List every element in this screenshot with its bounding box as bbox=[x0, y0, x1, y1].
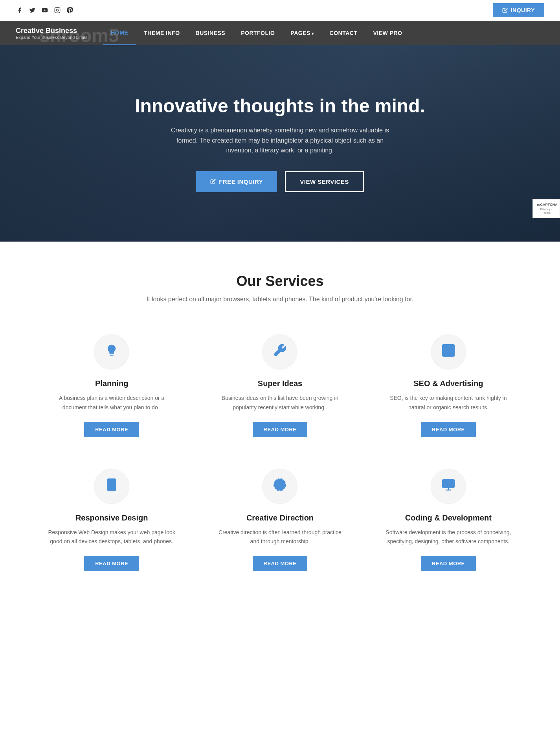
nav-contact[interactable]: CONTACT bbox=[322, 21, 365, 45]
hero-buttons: FREE INQUIRY VIEW SERVICES bbox=[135, 171, 425, 192]
pinterest-icon[interactable] bbox=[66, 6, 74, 14]
svg-rect-4 bbox=[442, 345, 454, 356]
responsive-read-more[interactable]: READ MORE bbox=[84, 556, 139, 571]
planning-desc: A business plan is a written description… bbox=[47, 394, 176, 412]
view-services-button[interactable]: VIEW SERVICES bbox=[285, 171, 364, 192]
nav-view-pro[interactable]: VIEW PRO bbox=[365, 21, 410, 45]
services-section: Our Services It looks perfect on all maj… bbox=[0, 242, 560, 610]
creative-desc: Creative direction is often learned thro… bbox=[215, 528, 344, 547]
nav-pages[interactable]: PAGES bbox=[283, 21, 321, 45]
creative-title: Creative Direction bbox=[215, 513, 344, 522]
super-ideas-read-more[interactable]: READ MORE bbox=[253, 422, 308, 437]
responsive-icon-wrap bbox=[94, 469, 129, 504]
youtube-icon[interactable] bbox=[41, 6, 49, 14]
seo-icon-wrap bbox=[431, 334, 466, 370]
nav-theme-info[interactable]: THEME INFO bbox=[136, 21, 187, 45]
hero-content: Innovative thoughts in the mind. Creativ… bbox=[56, 95, 504, 192]
brand: Creative Business Expand Your Business B… bbox=[16, 27, 87, 40]
planning-icon-wrap bbox=[94, 334, 129, 370]
creative-read-more[interactable]: READ MORE bbox=[253, 556, 308, 571]
recaptcha-text: reCAPTCHA bbox=[537, 203, 556, 207]
tablet-icon bbox=[105, 478, 119, 495]
hero-section: Innovative thoughts in the mind. Creativ… bbox=[0, 45, 560, 242]
twitter-icon[interactable] bbox=[28, 6, 36, 14]
coding-desc: Software development is the process of c… bbox=[384, 528, 513, 547]
seo-desc: SEO, is the key to making content rank h… bbox=[384, 394, 513, 412]
chart-icon bbox=[441, 343, 455, 361]
services-subtitle: It looks perfect on all major browsers, … bbox=[39, 296, 521, 303]
services-grid: Planning A business plan is a written de… bbox=[39, 326, 521, 579]
inquiry-button[interactable]: INQUIRY bbox=[493, 3, 544, 17]
hero-title: Innovative thoughts in the mind. bbox=[135, 95, 425, 117]
super-ideas-title: Super Ideas bbox=[215, 379, 344, 388]
service-card-responsive: Responsive Design Responsive Web Design … bbox=[39, 461, 184, 579]
planning-read-more[interactable]: READ MORE bbox=[84, 422, 139, 437]
social-icons bbox=[16, 6, 74, 14]
nav-business[interactable]: BUSINESS bbox=[188, 21, 233, 45]
nav-links: HOME THEME INFO BUSINESS PORTFOLIO PAGES… bbox=[103, 21, 544, 45]
tools-icon bbox=[273, 343, 287, 361]
coding-read-more[interactable]: READ MORE bbox=[421, 556, 476, 571]
facebook-icon[interactable] bbox=[16, 6, 24, 14]
responsive-desc: Responsive Web Design makes your web pag… bbox=[47, 528, 176, 547]
coding-title: Coding & Development bbox=[384, 513, 513, 522]
hero-subtitle: Creativity is a phenomenon whereby somet… bbox=[162, 125, 398, 156]
free-inquiry-button[interactable]: FREE INQUIRY bbox=[196, 171, 277, 192]
svg-rect-1 bbox=[55, 7, 60, 13]
seo-title: SEO & Advertising bbox=[384, 379, 513, 388]
nav-home[interactable]: HOME bbox=[103, 21, 136, 45]
creative-icon-wrap bbox=[262, 469, 297, 504]
brand-tagline: Expand Your Business Beyond Limits bbox=[16, 35, 87, 40]
coding-icon-wrap bbox=[431, 469, 466, 504]
bulb-icon bbox=[105, 343, 119, 361]
seo-read-more[interactable]: READ MORE bbox=[421, 422, 476, 437]
responsive-title: Responsive Design bbox=[47, 513, 176, 522]
nav-portfolio[interactable]: PORTFOLIO bbox=[233, 21, 283, 45]
brand-name: Creative Business bbox=[16, 27, 87, 35]
recaptcha-subtext: Privacy - Terms bbox=[537, 207, 556, 214]
service-card-coding: Coding & Development Software developmen… bbox=[376, 461, 521, 579]
service-card-planning: Planning A business plan is a written de… bbox=[39, 326, 184, 445]
navbar: Creative Business Expand Your Business B… bbox=[0, 21, 560, 45]
super-ideas-icon-wrap bbox=[262, 334, 297, 370]
services-title: Our Services bbox=[39, 273, 521, 290]
svg-rect-9 bbox=[108, 479, 116, 491]
planning-title: Planning bbox=[47, 379, 176, 388]
brain-icon bbox=[273, 478, 287, 495]
super-ideas-desc: Business ideas on this list have been gr… bbox=[215, 394, 344, 412]
recaptcha-badge: reCAPTCHA Privacy - Terms bbox=[532, 199, 560, 218]
service-card-seo: SEO & Advertising SEO, is the key to mak… bbox=[376, 326, 521, 445]
service-card-super-ideas: Super Ideas Business ideas on this list … bbox=[207, 326, 352, 445]
service-card-creative: Creative Direction Creative direction is… bbox=[207, 461, 352, 579]
top-bar: INQUIRY bbox=[0, 0, 560, 21]
instagram-icon[interactable] bbox=[53, 6, 61, 14]
monitor-icon bbox=[441, 478, 455, 495]
